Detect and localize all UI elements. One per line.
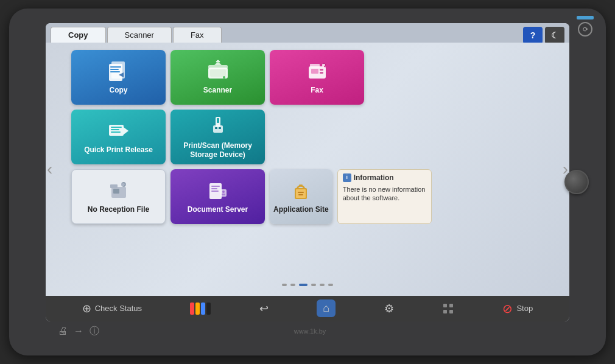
tab-right-buttons: ? ☾ [523, 27, 564, 44]
svg-rect-23 [215, 127, 217, 129]
nav-arrow-right[interactable]: › [563, 159, 568, 179]
tile-print-scan-memory[interactable]: Print/Scan (Memory Storage Device) [170, 110, 265, 164]
nav-arrow-left[interactable]: ‹ [47, 159, 52, 179]
svg-rect-8 [208, 65, 228, 69]
ds-tile-label: Document Server [188, 205, 248, 214]
page-dot-4[interactable] [311, 284, 316, 286]
settings-icon: ⚙ [384, 302, 394, 315]
svg-rect-4 [110, 71, 120, 72]
bottom-icons-left: 🖨 → ⓘ [58, 325, 99, 338]
svg-rect-24 [219, 127, 221, 129]
nrf-tile-icon [107, 178, 131, 203]
status-bar: ⊕ Check Status ↩ ⌂ ⚙ [46, 296, 569, 321]
copy-tile-icon [107, 59, 131, 83]
svg-rect-44 [449, 310, 453, 313]
scanner-tile-label: Scanner [203, 86, 232, 94]
watermark: www.1k.by [99, 327, 521, 335]
tile-document-server[interactable]: Document Server [170, 169, 265, 224]
info-icon: i [343, 173, 351, 182]
svg-rect-11 [311, 69, 318, 74]
svg-rect-37 [296, 189, 306, 198]
device-body: ⟳ Copy Scanner Fax ? ☾ ‹ [9, 9, 606, 355]
back-icon: ↩ [259, 302, 269, 315]
fax-tile-label: Fax [311, 86, 323, 94]
grid-btn[interactable] [442, 303, 454, 315]
copy-tile-label: Copy [110, 86, 128, 94]
svg-rect-17 [111, 127, 122, 128]
tile-scanner[interactable]: Scanner [170, 50, 265, 105]
tab-copy[interactable]: Copy [51, 27, 106, 43]
ps-tile-icon [206, 114, 230, 139]
info-panel-title: i Information [343, 173, 426, 183]
tab-scanner[interactable]: Scanner [107, 27, 172, 43]
grid-icon [442, 303, 454, 315]
page-dot-5[interactable] [320, 284, 325, 286]
stop-btn[interactable]: ⊘ Stop [502, 301, 533, 316]
svg-rect-3 [110, 69, 119, 70]
stop-icon: ⊘ [502, 301, 513, 316]
top-indicators: ⟳ [577, 16, 594, 37]
check-status-btn[interactable]: ⊕ Check Status [82, 302, 142, 315]
sleep-button[interactable]: ☾ [545, 27, 564, 44]
page-dot-3[interactable] [299, 284, 308, 286]
svg-point-34 [222, 191, 225, 193]
info-text: There is no new information about the so… [343, 186, 426, 201]
info-title-label: Information [354, 173, 394, 183]
check-status-label: Check Status [95, 304, 142, 313]
device-bottom: 🖨 → ⓘ www.1k.by [46, 321, 569, 341]
svg-rect-30 [211, 186, 220, 187]
svg-point-9 [223, 76, 225, 79]
screen: Copy Scanner Fax ? ☾ ‹ [46, 23, 569, 321]
svg-rect-26 [113, 189, 119, 194]
svg-rect-14 [310, 64, 320, 68]
svg-rect-43 [443, 310, 447, 313]
svg-rect-7 [210, 69, 226, 77]
settings-btn[interactable]: ⚙ [384, 302, 394, 315]
home-btn[interactable]: ⌂ [317, 299, 336, 317]
tile-row-1: Copy Scanner [71, 50, 544, 105]
tile-application-site[interactable]: Application Site [270, 169, 332, 224]
fax-tile-icon [305, 59, 329, 83]
dot-blue [201, 303, 205, 315]
tile-row-2: Quick Print Release Print/Scan (Memory S… [71, 110, 544, 164]
svg-rect-32 [211, 191, 219, 192]
tile-quick-print-release[interactable]: Quick Print Release [71, 110, 166, 164]
tab-fax[interactable]: Fax [173, 27, 222, 43]
svg-rect-31 [211, 188, 217, 189]
tab-bar: Copy Scanner Fax ? ☾ [46, 23, 569, 43]
help-button[interactable]: ? [523, 27, 543, 44]
tiles-area: Copy Scanner [54, 50, 561, 275]
ds-tile-icon [206, 178, 230, 203]
as-tile-label: Application Site [273, 205, 329, 214]
tile-fax[interactable]: Fax [270, 50, 364, 105]
arrow-icon: → [74, 326, 83, 337]
page-dot-6[interactable] [328, 284, 333, 286]
back-btn[interactable]: ↩ [259, 302, 269, 315]
scanner-tile-icon [206, 59, 230, 83]
svg-rect-13 [320, 72, 323, 74]
page-dot-2[interactable] [290, 284, 295, 286]
ink-dots [190, 303, 211, 315]
page-dot-1[interactable] [282, 284, 287, 286]
info-circle-icon: ⓘ [90, 325, 99, 338]
svg-rect-19 [111, 131, 121, 133]
svg-rect-39 [298, 192, 304, 193]
qpr-tile-label: Quick Print Release [84, 145, 153, 154]
pagination [54, 281, 561, 289]
stop-label: Stop [516, 304, 533, 313]
svg-rect-27 [110, 184, 118, 188]
svg-rect-41 [443, 304, 447, 307]
tile-row-3: No Reception File Docum [71, 169, 544, 224]
tile-copy[interactable]: Copy [71, 50, 166, 105]
check-status-icon: ⊕ [82, 302, 91, 315]
svg-rect-18 [111, 129, 119, 130]
power-icon[interactable]: ⟳ [578, 22, 592, 37]
as-tile-icon [289, 178, 313, 203]
home-icon: ⌂ [323, 302, 329, 315]
tile-no-reception-file[interactable]: No Reception File [71, 169, 166, 224]
svg-rect-12 [320, 69, 323, 71]
ps-tile-label: Print/Scan (Memory Storage Device) [174, 141, 261, 159]
right-dial[interactable] [564, 170, 589, 194]
dot-red [190, 303, 194, 315]
ink-status[interactable] [190, 303, 211, 315]
